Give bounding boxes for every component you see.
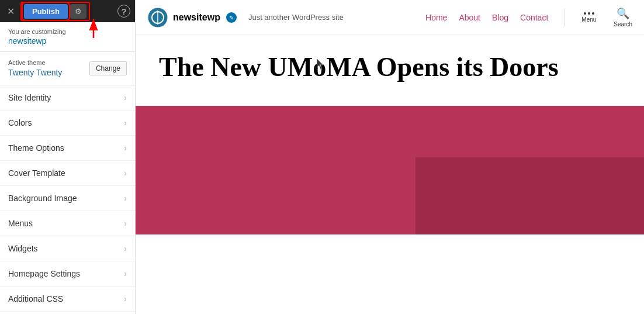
gear-icon: ⚙ (75, 7, 82, 16)
panel-header: ✕ Publish ⚙ ? (0, 0, 135, 22)
svg-text:✎: ✎ (229, 15, 234, 21)
sidebar-item-menus[interactable]: Menus › (0, 211, 135, 236)
sidebar-item-label: Colors (8, 118, 32, 127)
sidebar-item-label: Additional CSS (8, 294, 63, 303)
sidebar-item-label: Site Identity (8, 93, 51, 102)
nav-link-blog[interactable]: Blog (492, 13, 508, 22)
sidebar-item-theme-options[interactable]: Theme Options › (0, 136, 135, 161)
sidebar-item-label: Widgets (8, 244, 38, 253)
sidebar-item-additional-css[interactable]: Additional CSS › (0, 287, 135, 312)
menu-label: Menu (581, 16, 596, 23)
chevron-right-icon: › (124, 269, 127, 278)
help-button[interactable]: ? (117, 5, 130, 18)
close-button[interactable]: ✕ (5, 5, 17, 18)
preview-cover (136, 106, 644, 234)
settings-button[interactable]: ⚙ (70, 4, 86, 19)
theme-name: Twenty Twenty (8, 68, 62, 77)
chevron-right-icon: › (124, 219, 127, 228)
nav-separator (565, 9, 565, 26)
sidebar-item-colors[interactable]: Colors › (0, 111, 135, 136)
dots-icon (584, 12, 594, 15)
sidebar-item-label: Homepage Settings (8, 269, 80, 278)
search-label: Search (614, 21, 632, 27)
preview-tagline: Just another WordPress site (245, 13, 344, 22)
menu-button[interactable]: Menu (581, 12, 596, 23)
customizer-panel: ✕ Publish ⚙ ? You are customizing newsit… (0, 0, 136, 314)
chevron-right-icon: › (124, 118, 127, 127)
nav-link-contact[interactable]: Contact (520, 13, 548, 22)
preview-area: newsitewp ✎ Just another WordPress site … (136, 0, 644, 314)
chevron-right-icon: › (124, 194, 127, 203)
sidebar-item-site-identity[interactable]: Site Identity › (0, 85, 135, 111)
preview-site-title: newsitewp (173, 12, 220, 23)
publish-area: Publish ⚙ (20, 2, 90, 21)
preview-logo: newsitewp ✎ Just another WordPress site (147, 7, 425, 28)
edit-site-icon[interactable]: ✎ (226, 12, 237, 23)
chevron-right-icon: › (124, 244, 127, 253)
preview-cover-inner (416, 157, 645, 234)
chevron-right-icon: › (124, 143, 127, 153)
active-theme-section: Active theme Twenty Twenty Change (0, 52, 135, 85)
sidebar-item-label: Background Image (8, 194, 77, 203)
customizing-label: You are customizing (0, 22, 135, 36)
change-theme-button[interactable]: Change (89, 61, 127, 75)
sidebar-item-label: Menus (8, 219, 33, 228)
sidebar-item-cover-template[interactable]: Cover Template › (0, 161, 135, 186)
nav-link-home[interactable]: Home (425, 13, 447, 22)
active-theme-label: Active theme (8, 59, 62, 66)
preview-nav: newsitewp ✎ Just another WordPress site … (136, 0, 644, 35)
sidebar-item-label: Theme Options (8, 143, 64, 153)
publish-button[interactable]: Publish (24, 4, 68, 19)
preview-content: The New UMoMA Opens its Doors (136, 35, 644, 106)
preview-headline: The New UMoMA Opens its Doors (159, 53, 621, 82)
preview-nav-links: Home About Blog Contact Menu 🔍 Search (425, 7, 632, 27)
search-icon: 🔍 (617, 7, 629, 20)
chevron-right-icon: › (124, 168, 127, 178)
sidebar-item-background-image[interactable]: Background Image › (0, 186, 135, 211)
search-button[interactable]: 🔍 Search (614, 7, 632, 27)
sidebar-item-widgets[interactable]: Widgets › (0, 236, 135, 261)
sidebar-item-homepage-settings[interactable]: Homepage Settings › (0, 261, 135, 287)
nav-link-about[interactable]: About (459, 13, 480, 22)
site-logo-icon (147, 7, 168, 28)
close-icon: ✕ (7, 6, 15, 17)
chevron-right-icon: › (124, 294, 127, 303)
help-icon: ? (121, 6, 126, 16)
chevron-right-icon: › (124, 93, 127, 102)
sidebar-item-label: Cover Template (8, 168, 65, 178)
site-name-label: newsitewp (0, 36, 135, 51)
menu-items-list: Site Identity › Colors › Theme Options ›… (0, 85, 135, 314)
